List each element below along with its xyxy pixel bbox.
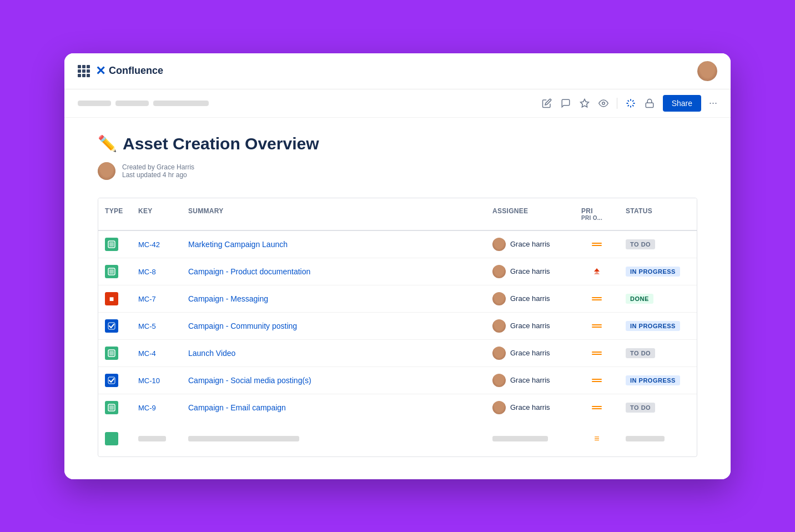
breadcrumb-2 (115, 101, 149, 106)
page-title-area: ✏️ Asset Creation Overview (98, 134, 697, 153)
status-cell: IN PROGRESS (619, 369, 697, 392)
table-body: MC-42 Marketing Campaign Launch Grace ha… (98, 231, 697, 421)
key-cell[interactable]: MC-5 (132, 315, 182, 337)
more-options-icon[interactable]: ··· (709, 97, 717, 109)
table-row[interactable]: MC-9 Campaign - Email campaign Grace har… (98, 394, 697, 421)
col-key: Key (132, 203, 182, 225)
key-cell[interactable]: MC-7 (132, 288, 182, 310)
status-badge: TO DO (626, 403, 655, 413)
table-row[interactable]: MC-10 Campaign - Social media posting(s)… (98, 367, 697, 394)
lock-icon[interactable] (644, 98, 655, 109)
svg-rect-24 (592, 408, 602, 409)
assignee-avatar (492, 265, 506, 278)
summary-cell[interactable]: Launch Video (182, 342, 486, 364)
svg-rect-19 (592, 379, 602, 380)
summary-cell[interactable]: Campaign - Email campaign (182, 397, 486, 419)
col-type: Type (98, 203, 132, 225)
priority-icon (592, 379, 602, 382)
issue-key-link[interactable]: MC-42 (138, 240, 160, 249)
svg-rect-10 (592, 299, 602, 300)
apps-icon[interactable] (78, 65, 90, 77)
key-cell[interactable]: MC-10 (132, 369, 182, 392)
assignee-avatar (492, 238, 506, 251)
table-row[interactable]: ■ MC-7 Campaign - Messaging Grace harris… (98, 285, 697, 313)
assignee-name: Grace harris (510, 267, 550, 275)
star-icon[interactable] (579, 98, 590, 109)
issue-summary[interactable]: Campaign - Messaging (188, 294, 268, 303)
priority-cell (575, 399, 619, 416)
issue-summary[interactable]: Campaign - Product documentation (188, 267, 310, 276)
toolbar: Share ··· (64, 89, 731, 118)
issue-summary[interactable]: Marketing Campaign Launch (188, 240, 288, 249)
svg-marker-0 (580, 99, 588, 107)
assignee-name: Grace harris (510, 376, 550, 384)
table-row[interactable]: MC-4 Launch Video Grace harris TO DO (98, 340, 697, 367)
edit-icon[interactable] (541, 98, 552, 109)
priority-cell (575, 345, 619, 362)
app-name: Confluence (109, 65, 163, 77)
issue-summary[interactable]: Campaign - Community posting (188, 322, 297, 330)
issue-summary[interactable]: Launch Video (188, 349, 235, 358)
assignee-avatar (492, 319, 506, 333)
status-cell: IN PROGRESS (619, 260, 697, 283)
summary-cell[interactable]: Campaign - Social media posting(s) (182, 369, 486, 392)
table-row[interactable]: MC-42 Marketing Campaign Launch Grace ha… (98, 231, 697, 258)
share-button[interactable]: Share (663, 95, 701, 112)
confluence-logo[interactable]: ✕ Confluence (95, 64, 163, 78)
content-area: ✏️ Asset Creation Overview Created by Gr… (64, 118, 731, 479)
issue-key-link[interactable]: MC-5 (138, 322, 156, 330)
summary-cell[interactable]: Campaign - Messaging (182, 288, 486, 310)
priority-cell (575, 236, 619, 253)
logo-area: ✕ Confluence (78, 64, 163, 78)
key-cell[interactable]: MC-8 (132, 260, 182, 283)
key-cell[interactable]: MC-42 (132, 233, 182, 255)
issue-key-link[interactable]: MC-4 (138, 349, 156, 358)
svg-point-1 (602, 102, 605, 104)
watch-icon[interactable] (598, 98, 609, 109)
table-row[interactable]: MC-5 Campaign - Community posting Grace … (98, 313, 697, 340)
svg-rect-16 (592, 352, 602, 353)
issue-key-link[interactable]: MC-7 (138, 295, 156, 303)
issue-summary[interactable]: Campaign - Email campaign (188, 403, 286, 412)
last-updated: Last updated 4 hr ago (122, 171, 194, 179)
type-cell (98, 313, 132, 339)
summary-cell[interactable]: Campaign - Product documentation (182, 260, 486, 283)
table-row[interactable]: MC-8 Campaign - Product documentation Gr… (98, 258, 697, 285)
priority-icon (592, 267, 602, 277)
issue-key-link[interactable]: MC-10 (138, 377, 160, 385)
type-cell (98, 231, 132, 258)
status-badge: IN PROGRESS (626, 375, 680, 385)
col-status: Status (619, 203, 697, 225)
loading-icon (625, 98, 636, 109)
status-badge: TO DO (626, 348, 655, 358)
page-title: Asset Creation Overview (123, 134, 319, 153)
issue-summary[interactable]: Campaign - Social media posting(s) (188, 376, 311, 385)
summary-cell[interactable]: Marketing Campaign Launch (182, 233, 486, 255)
issue-key-link[interactable]: MC-9 (138, 404, 156, 412)
breadcrumb-area (78, 101, 535, 106)
assignee-cell: Grace harris (486, 285, 575, 312)
priority-cell (575, 372, 619, 389)
svg-rect-4 (109, 242, 114, 247)
summary-cell[interactable]: Campaign - Community posting (182, 315, 486, 337)
priority-icon (592, 406, 602, 409)
user-avatar[interactable] (697, 61, 717, 81)
assignee-name: Grace harris (510, 349, 550, 357)
confluence-x-icon: ✕ (95, 64, 105, 78)
assignee-name: Grace harris (510, 403, 550, 411)
key-cell[interactable]: MC-9 (132, 397, 182, 419)
col-assignee: Assignee (486, 203, 575, 225)
svg-rect-15 (109, 351, 114, 355)
status-badge: IN PROGRESS (626, 267, 680, 277)
assignee-avatar (492, 347, 506, 360)
key-cell[interactable]: MC-4 (132, 342, 182, 364)
priority-icon (592, 352, 602, 355)
assignee-cell: Grace harris (486, 394, 575, 421)
status-cell: DONE (619, 287, 697, 310)
issue-key-link[interactable]: MC-8 (138, 268, 156, 276)
priority-icon (592, 243, 602, 246)
svg-rect-2 (646, 103, 653, 107)
page-emoji: ✏️ (98, 134, 117, 153)
comment-icon[interactable] (560, 98, 571, 109)
top-bar: ✕ Confluence (64, 53, 731, 89)
